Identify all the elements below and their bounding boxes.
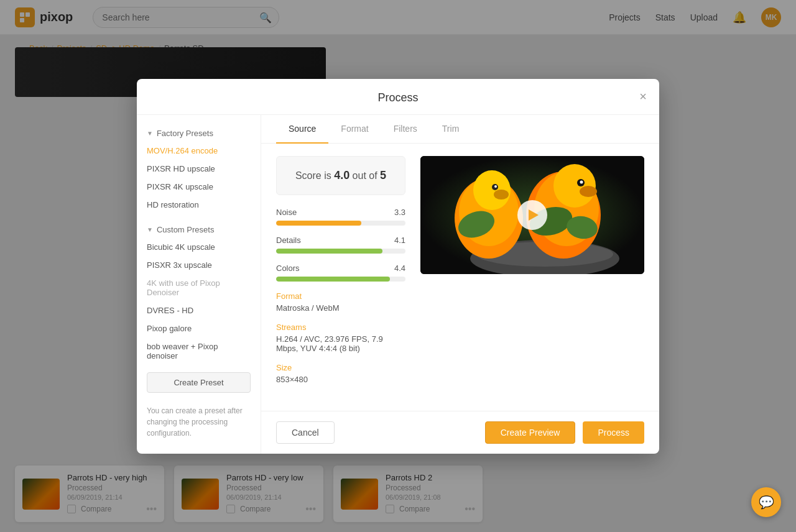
modal-close-button[interactable]: × (639, 90, 647, 103)
format-value: Matroska / WebM (276, 303, 405, 313)
score-value: 4.0 (334, 169, 349, 181)
modal-header: Process × (137, 79, 659, 115)
source-left: Score is 4.0 out of 5 Noise 3.3 (276, 156, 405, 398)
source-right (420, 156, 644, 398)
streams-section: Streams H.264 / AVC, 23.976 FPS, 7.9 Mbp… (276, 323, 405, 353)
tab-format[interactable]: Format (328, 115, 381, 144)
sidebar-item-bicubic-4k[interactable]: Bicubic 4K upscale (137, 238, 261, 256)
create-preview-button[interactable]: Create Preview (485, 421, 576, 444)
modal-main: Source Format Filters Trim Score is 4.0 … (261, 115, 659, 454)
streams-value: H.264 / AVC, 23.976 FPS, 7.9 Mbps, YUV 4… (276, 334, 405, 353)
metric-colors-name: Colors (276, 264, 300, 273)
sidebar-item-mov-h264[interactable]: MOV/H.264 encode (137, 142, 261, 160)
metric-noise-value: 3.3 (394, 208, 405, 217)
metric-details-value: 4.1 (394, 236, 405, 245)
svg-point-15 (553, 164, 596, 208)
modal-title: Process (377, 91, 418, 104)
metric-noise: Noise 3.3 (276, 208, 405, 226)
metric-details-bar-bg (276, 249, 405, 254)
metric-noise-bar-bg (276, 221, 405, 226)
custom-presets-label: Custom Presets (157, 225, 214, 234)
tab-source[interactable]: Source (276, 115, 328, 144)
sidebar-item-dvres-hd[interactable]: DVRES - HD (137, 301, 261, 319)
metric-colors-bar-bg (276, 277, 405, 282)
modal-body: ▼ Factory Presets MOV/H.264 encode PIXSR… (137, 115, 659, 454)
svg-point-16 (580, 186, 597, 197)
cancel-button[interactable]: Cancel (276, 421, 335, 444)
modal-overlay: Process × ▼ Factory Presets MOV/H.264 en… (0, 0, 796, 532)
metric-colors-bar (276, 277, 390, 282)
sidebar-divider (137, 214, 261, 221)
metric-noise-header: Noise 3.3 (276, 208, 405, 217)
metric-details-bar (276, 249, 382, 254)
custom-presets-header[interactable]: ▼ Custom Presets (137, 221, 261, 238)
metric-colors: Colors 4.4 (276, 264, 405, 282)
modal-tabs: Source Format Filters Trim (261, 115, 659, 144)
custom-chevron-icon: ▼ (147, 226, 153, 233)
format-section: Format Matroska / WebM (276, 291, 405, 313)
modal-footer: Cancel Create Preview Process (261, 411, 659, 454)
modal: Process × ▼ Factory Presets MOV/H.264 en… (137, 79, 659, 454)
factory-presets-header[interactable]: ▼ Factory Presets (137, 125, 261, 142)
metric-colors-value: 4.4 (394, 264, 405, 273)
sidebar-item-hd-restoration[interactable]: HD restoration (137, 196, 261, 214)
play-triangle-icon (529, 209, 539, 221)
modal-sidebar: ▼ Factory Presets MOV/H.264 encode PIXSR… (137, 115, 261, 454)
chat-button[interactable]: 💬 (751, 487, 781, 517)
svg-point-8 (473, 170, 511, 210)
tab-trim[interactable]: Trim (430, 115, 471, 144)
tab-filters[interactable]: Filters (381, 115, 430, 144)
svg-point-18 (580, 180, 583, 183)
sidebar-item-bob-weaver[interactable]: bob weaver + Pixop denoiser (137, 337, 261, 365)
score-suffix: out of (349, 170, 380, 181)
metric-noise-name: Noise (276, 208, 297, 217)
metric-colors-header: Colors 4.4 (276, 264, 405, 273)
factory-chevron-icon: ▼ (147, 130, 153, 137)
sidebar-item-pisxr-3x[interactable]: PISXR 3x upscale (137, 256, 261, 274)
footer-actions: Create Preview Process (485, 421, 644, 444)
sidebar-item-pixsr-4k[interactable]: PIXSR 4K upscale (137, 178, 261, 196)
metric-details-name: Details (276, 236, 301, 245)
metric-details-header: Details 4.1 (276, 236, 405, 245)
create-preset-button[interactable]: Create Preset (147, 372, 251, 393)
overall-score: Score is 4.0 out of 5 (276, 156, 405, 195)
create-preset-hint: You can create a preset after changing t… (137, 400, 261, 444)
svg-point-9 (494, 190, 509, 200)
chat-icon: 💬 (759, 495, 774, 510)
process-button[interactable]: Process (583, 421, 644, 444)
score-max: 5 (380, 169, 386, 181)
video-preview (420, 156, 644, 274)
factory-presets-label: Factory Presets (157, 129, 213, 138)
score-prefix: Score is (295, 170, 334, 181)
sidebar-item-pixop-galore[interactable]: Pixop galore (137, 319, 261, 337)
play-button[interactable] (517, 200, 547, 230)
size-value: 853×480 (276, 375, 405, 384)
source-tab-content: Score is 4.0 out of 5 Noise 3.3 (261, 144, 659, 411)
metric-noise-bar (276, 221, 361, 226)
sidebar-item-4k-denoiser[interactable]: 4K with use of Pixop Denoiser (137, 274, 261, 301)
size-section: Size 853×480 (276, 363, 405, 384)
sidebar-item-pixsr-hd[interactable]: PIXSR HD upscale (137, 160, 261, 178)
format-label: Format (276, 291, 405, 301)
metric-details: Details 4.1 (276, 236, 405, 254)
svg-point-11 (494, 185, 497, 188)
streams-label: Streams (276, 323, 405, 332)
size-label: Size (276, 363, 405, 372)
